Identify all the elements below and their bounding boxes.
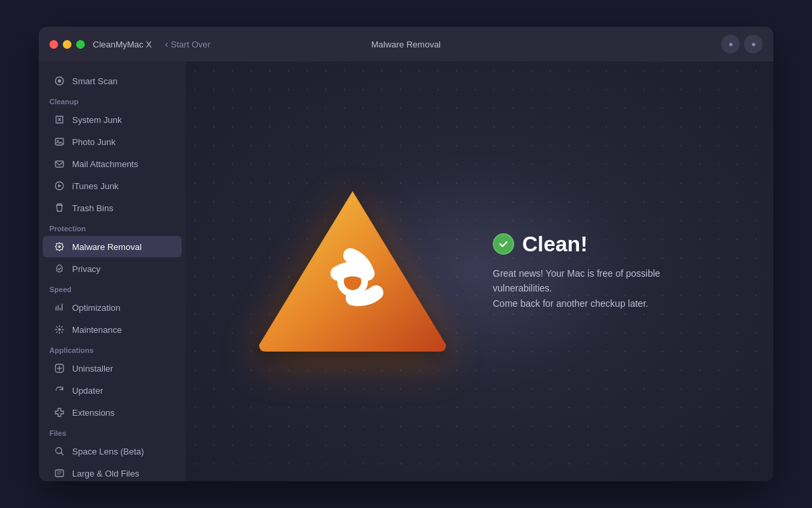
sidebar-item-privacy[interactable]: Privacy (43, 258, 182, 279)
sidebar-section-files: Files (39, 424, 186, 440)
sidebar-section-cleanup: Cleanup (39, 92, 186, 108)
space-lens-icon (53, 445, 65, 457)
back-button-label: Start Over (171, 39, 210, 49)
large-old-files-icon (53, 467, 65, 479)
sidebar-item-space-lens[interactable]: Space Lens (Beta) (43, 440, 182, 462)
maintenance-icon (53, 324, 65, 336)
main-content: Smart Scan Cleanup System Junk (39, 61, 773, 481)
app-title: CleanMyMac X (93, 39, 152, 49)
titlebar-dot-2[interactable] (744, 35, 763, 53)
svg-rect-4 (55, 161, 63, 167)
sidebar-item-malware-removal[interactable]: Malware Removal (43, 236, 182, 257)
sidebar-item-large-old-files[interactable]: Large & Old Files (43, 463, 182, 481)
sidebar-label-optimization: Optimization (72, 303, 120, 313)
smart-scan-icon (53, 75, 65, 87)
trash-bins-icon (53, 202, 65, 214)
minimize-button[interactable] (63, 40, 71, 49)
uninstaller-icon (53, 362, 65, 374)
sidebar-label-system-junk: System Junk (72, 115, 122, 125)
page-title: Malware Removal (371, 39, 441, 49)
sidebar-label-space-lens: Space Lens (Beta) (72, 447, 144, 457)
optimization-icon (53, 301, 65, 313)
sidebar-item-trash-bins[interactable]: Trash Bins (43, 197, 182, 219)
result-description-line2: Come back for another checkup later. (493, 296, 706, 311)
sidebar-item-itunes-junk[interactable]: iTunes Junk (43, 175, 182, 197)
updater-icon (53, 384, 65, 396)
biohazard-illustration (252, 171, 453, 372)
sidebar-label-updater: Updater (72, 386, 103, 396)
result-panel: Clean! Great news! Your Mac is free of p… (493, 232, 706, 311)
titlebar-dot-1[interactable] (721, 35, 740, 53)
sidebar-item-maintenance[interactable]: Maintenance (43, 319, 182, 340)
check-circle-icon (493, 233, 514, 255)
sidebar-item-uninstaller[interactable]: Uninstaller (43, 358, 182, 379)
traffic-lights (49, 40, 85, 49)
sidebar-item-mail-attachments[interactable]: Mail Attachments (43, 153, 182, 174)
chevron-left-icon: ‹ (165, 39, 168, 49)
system-junk-icon (53, 114, 65, 126)
result-description-line1: Great news! Your Mac is free of possible… (493, 266, 706, 296)
sidebar-label-mail-attachments: Mail Attachments (72, 159, 138, 169)
sidebar-label-uninstaller: Uninstaller (72, 364, 113, 374)
sidebar-label-extensions: Extensions (72, 408, 115, 418)
result-title: Clean! (493, 232, 706, 257)
svg-point-6 (58, 328, 61, 331)
sidebar: Smart Scan Cleanup System Junk (39, 61, 186, 481)
sidebar-section-applications: Applications (39, 341, 186, 357)
photo-junk-icon (53, 136, 65, 148)
maximize-button[interactable] (76, 40, 85, 49)
result-heading: Clean! (522, 232, 588, 257)
sidebar-item-smart-scan[interactable]: Smart Scan (43, 70, 182, 92)
sidebar-item-system-junk[interactable]: System Junk (43, 109, 182, 130)
dot-icon (729, 43, 733, 46)
sidebar-label-photo-junk: Photo Junk (72, 137, 116, 147)
sidebar-label-large-old-files: Large & Old Files (72, 469, 139, 479)
sidebar-item-updater[interactable]: Updater (43, 380, 182, 401)
svg-rect-9 (55, 470, 63, 477)
sidebar-label-smart-scan: Smart Scan (72, 76, 118, 86)
sidebar-item-photo-junk[interactable]: Photo Junk (43, 131, 182, 152)
sidebar-label-itunes-junk: iTunes Junk (72, 181, 119, 191)
sidebar-section-speed: Speed (39, 280, 186, 296)
sidebar-label-maintenance: Maintenance (72, 325, 122, 335)
itunes-junk-icon (53, 180, 65, 192)
sidebar-item-optimization[interactable]: Optimization (43, 297, 182, 318)
back-button[interactable]: ‹ Start Over (165, 39, 210, 49)
mail-attachments-icon (53, 158, 65, 170)
content-area: Clean! Great news! Your Mac is free of p… (186, 61, 773, 481)
sidebar-label-trash-bins: Trash Bins (72, 203, 114, 213)
extensions-icon (53, 406, 65, 418)
titlebar-controls (721, 35, 763, 53)
app-window: CleanMyMac X ‹ Start Over Malware Remova… (39, 27, 773, 481)
center-content: Clean! Great news! Your Mac is free of p… (252, 171, 706, 372)
dot-icon-2 (752, 43, 755, 46)
sidebar-section-protection: Protection (39, 219, 186, 235)
svg-point-1 (58, 80, 61, 83)
malware-removal-icon (53, 241, 65, 253)
titlebar: CleanMyMac X ‹ Start Over Malware Remova… (39, 27, 773, 61)
close-button[interactable] (49, 40, 58, 49)
sidebar-item-extensions[interactable]: Extensions (43, 402, 182, 423)
sidebar-label-privacy: Privacy (72, 264, 101, 274)
privacy-icon (53, 263, 65, 275)
sidebar-label-malware-removal: Malware Removal (72, 242, 142, 252)
